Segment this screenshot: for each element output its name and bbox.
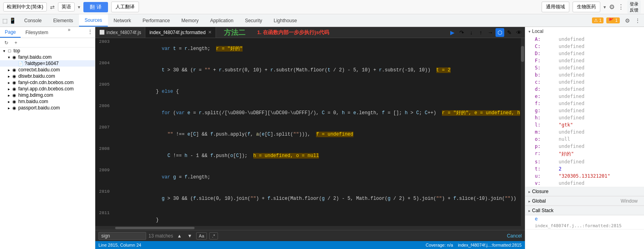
line-number: 2807 — [95, 124, 114, 145]
tree-item-aldtype[interactable]: 📄 ?aldtype=16047 — [0, 60, 95, 67]
var-name: c: — [535, 79, 559, 85]
tab-security-label: Security — [245, 18, 262, 23]
var-value: undefined — [559, 86, 584, 92]
callstack-entry[interactable]: e — [535, 216, 559, 222]
case-sensitive-button[interactable]: Aa — [196, 232, 207, 239]
step-out-icon[interactable]: ↑ — [476, 28, 485, 37]
tab-sources[interactable]: Sources — [79, 14, 108, 27]
var-name: p: — [535, 144, 559, 149]
feedback-icon[interactable]: 登录反馈 — [627, 0, 641, 14]
right-panel: ▾ Local A:undefinedC:undefinedD:undefine… — [525, 27, 644, 249]
var-value: undefined — [559, 65, 584, 71]
more-icon[interactable]: ⋮ — [618, 3, 624, 11]
var-value: undefined — [559, 44, 584, 49]
scroll-thumb[interactable] — [521, 46, 524, 62]
search-prev-button[interactable]: ▲ — [175, 232, 183, 239]
global-header[interactable]: ▸ Global Window — [525, 197, 644, 206]
center-panel: ⬜ index_f48074f.js index_f48074f.js:form… — [95, 27, 525, 249]
warning-badge2[interactable]: 🚩 1 — [606, 17, 619, 23]
tree-item-fanyi-cdn[interactable]: ◉ fanyi-cdn.cdn.bcebos.com — [0, 79, 95, 86]
detect-lang-select[interactable]: 检测到中文(简体) — [3, 2, 47, 11]
callstack-toggle-icon: ▸ — [528, 209, 530, 213]
sync-icon[interactable]: ↻ — [2, 38, 11, 48]
search-next-button[interactable]: ▼ — [186, 232, 194, 239]
tab-performance[interactable]: Performance — [137, 14, 176, 27]
tab-filesystem[interactable]: Filesystem — [21, 27, 53, 38]
cursor-icon[interactable]: ✎ — [505, 28, 514, 37]
regex-button[interactable]: .* — [209, 232, 218, 239]
callstack-header[interactable]: ▸ Call Stack — [525, 206, 644, 215]
global-section: ▸ Global Window — [525, 197, 644, 206]
var-value: undefined — [559, 115, 584, 121]
tree-item-dlswbr[interactable]: ◉ dlswbr.baidu.com — [0, 73, 95, 79]
more-tabs-icon[interactable]: » — [66, 27, 73, 38]
var-name: m: — [535, 129, 559, 135]
source-tab-formatted[interactable]: index_f48074f.js:formatted ✕ — [145, 27, 216, 38]
new-file-icon[interactable]: ⋮ — [85, 27, 95, 36]
step-into-icon[interactable]: ↓ — [467, 28, 476, 37]
activate-breakpoints-icon[interactable]: ⬡ — [496, 28, 504, 37]
chevron-down-icon[interactable]: ▾ — [78, 4, 80, 10]
horizontal-scroll-thumb[interactable] — [115, 227, 195, 229]
var-name: s: — [535, 159, 559, 165]
closure-header[interactable]: ▸ Closure — [525, 187, 644, 196]
eye-icon[interactable]: 👁 — [515, 28, 523, 37]
tree-item-hm[interactable]: ◉ hm.baidu.com — [0, 98, 95, 105]
tree-item-top[interactable]: □ top — [0, 48, 95, 54]
tab-lighthouse[interactable]: Lighthouse — [268, 14, 303, 27]
more-options-icon[interactable]: ⋮ — [633, 16, 642, 25]
tab-performance-label: Performance — [143, 18, 170, 23]
settings-icon[interactable]: ⚙ — [609, 3, 615, 11]
var-name: r: — [535, 151, 559, 157]
tree-item-correctxt[interactable]: ◉ correctxt.baidu.com — [0, 67, 95, 73]
tab-application[interactable]: Application — [204, 14, 239, 27]
tab-network[interactable]: Network — [108, 14, 137, 27]
tab-console[interactable]: Console — [19, 14, 48, 27]
code-line-2808: 2808 C !== h - 1 && f.push(o[C]); h = un… — [95, 145, 521, 167]
tab-page[interactable]: Page — [0, 27, 21, 38]
source-tab-original[interactable]: ⬜ index_f48074f.js — [95, 27, 145, 38]
var-name: A: — [535, 36, 559, 42]
line-code: C !== h - 1 && f.push(o[C]); h = undefin… — [114, 145, 521, 167]
tree-label-himg: himg.bdimg.com — [18, 92, 53, 98]
inspect-icon[interactable]: ⬚ — [2, 17, 8, 24]
callstack-section: ▸ Call Stack e index_f48074f.j...:format… — [525, 206, 644, 230]
tree-item-fanyi[interactable]: ◉ fanyi.baidu.com — [0, 54, 95, 60]
tree-item-fanyi-app[interactable]: ◉ fanyi.app.cdn.bcebos.com — [0, 86, 95, 92]
search-cancel-button[interactable]: Cancel — [507, 233, 522, 239]
tab-security[interactable]: Security — [239, 14, 268, 27]
line-code: } — [114, 209, 521, 226]
tab-elements[interactable]: Elements — [48, 14, 79, 27]
tree-item-passport[interactable]: ◉ passport.baidu.com — [0, 105, 95, 111]
domain-chevron-icon[interactable]: ▾ — [604, 4, 606, 10]
scope-var-item: v:undefined — [525, 180, 644, 187]
scope-local-label: Local — [532, 29, 544, 34]
folder-icon: □ — [6, 48, 13, 53]
var-value: undefined — [559, 144, 584, 149]
var-name: h: — [535, 115, 559, 121]
swap-icon[interactable]: ⇄ — [50, 4, 55, 10]
step-over-icon[interactable]: ↷ — [457, 28, 466, 37]
tree-arrow-fanyi-cdn — [6, 80, 11, 85]
callstack-item[interactable]: e — [525, 215, 644, 222]
target-lang-select[interactable]: 英语 — [58, 2, 75, 11]
search-input[interactable] — [98, 232, 146, 240]
settings-gear-icon[interactable]: ⚙ — [623, 16, 632, 25]
warning-badge[interactable]: ⚠ 1 — [592, 17, 604, 23]
device-icon[interactable]: 📱 — [9, 17, 16, 24]
add-folder-icon[interactable]: + — [11, 38, 21, 48]
domain2-button[interactable]: 生物医药 — [573, 2, 600, 12]
scope-var-item: c:undefined — [525, 79, 644, 86]
translate-button[interactable]: 翻 译 — [83, 2, 108, 12]
code-line-2806: 2806 for (var e = r.split(/[\uD800-\uDBF… — [95, 102, 521, 124]
step-icon[interactable]: → — [486, 28, 495, 37]
code-content[interactable]: 2803 var t = r.length; r = "好的" 2804 t >… — [95, 38, 521, 226]
code-scrollbar[interactable] — [521, 38, 525, 226]
domain1-button[interactable]: 通用领域 — [542, 2, 569, 12]
scope-local-header[interactable]: ▾ Local — [525, 27, 644, 36]
manual-translate-button[interactable]: 人工翻译 — [111, 2, 139, 12]
tree-item-himg[interactable]: ◉ himg.bdimg.com — [0, 92, 95, 98]
resume-icon[interactable]: ▶ — [448, 28, 457, 37]
close-tab-icon[interactable]: ✕ — [208, 30, 212, 35]
tab-memory[interactable]: Memory — [176, 14, 204, 27]
